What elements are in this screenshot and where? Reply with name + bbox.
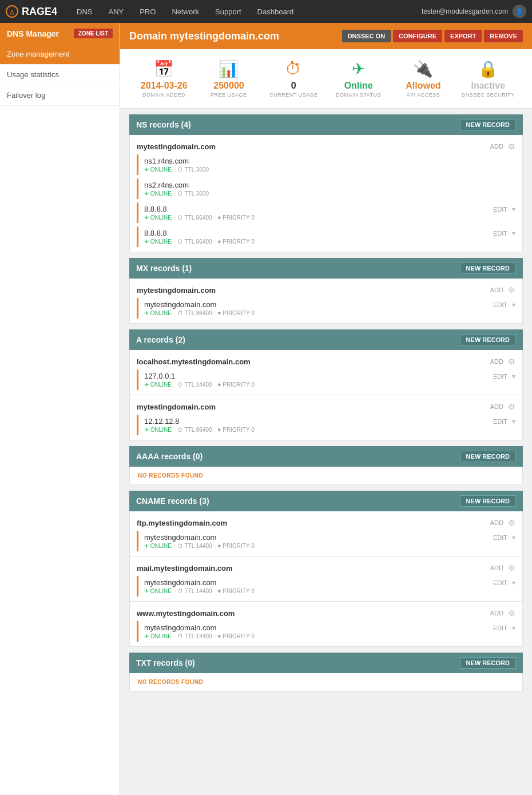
ttl-value-4-0-0: ⏱ TTL 14400 bbox=[177, 543, 212, 549]
user-avatar-icon[interactable]: 👤 bbox=[513, 5, 526, 18]
nav-support[interactable]: Support bbox=[207, 0, 249, 23]
online-status-icon-2-0-0: ✈ ONLINE bbox=[144, 381, 172, 388]
group-header-1-0: mytestingdomain.comADD⚙ bbox=[137, 283, 515, 298]
record-section-3: AAAA records (0)NEW RECORDNO RECORDS FOU… bbox=[129, 446, 523, 485]
edit-actions-2-1-0: EDIT▾ bbox=[493, 418, 515, 426]
edit-link-2-0-0[interactable]: EDIT bbox=[493, 373, 507, 380]
chevron-down-icon-2-1-0[interactable]: ▾ bbox=[512, 418, 515, 426]
edit-link-2-1-0[interactable]: EDIT bbox=[493, 418, 507, 425]
add-link-4-2[interactable]: ADD bbox=[490, 610, 503, 617]
new-record-button-4[interactable]: NEW RECORD bbox=[460, 495, 516, 507]
chevron-down-icon-4-2-0[interactable]: ▾ bbox=[512, 624, 515, 632]
logo: △ RAGE4 bbox=[6, 5, 57, 18]
nav-pro[interactable]: PRO bbox=[132, 0, 164, 23]
record-entry-1-0-0: mytestingdomain.comEDIT▾✈ ONLINE⏱ TTL 86… bbox=[137, 298, 515, 319]
record-entry-0-0-2: 8.8.8.8EDIT▾✈ ONLINE⏱ TTL 86400♥ PRIORIT… bbox=[137, 202, 515, 223]
new-record-button-2[interactable]: NEW RECORD bbox=[460, 334, 516, 345]
edit-actions-4-1-0: EDIT▾ bbox=[493, 579, 515, 587]
settings-icon-2-1[interactable]: ⚙ bbox=[508, 402, 515, 411]
priority-value-4-1-0: ♥ PRIORITY 0 bbox=[218, 588, 255, 594]
settings-icon-1-0[interactable]: ⚙ bbox=[508, 285, 515, 295]
add-link-4-0[interactable]: ADD bbox=[490, 519, 503, 526]
priority-value-0-0-2: ♥ PRIORITY 0 bbox=[218, 214, 255, 221]
add-link-1-0[interactable]: ADD bbox=[490, 287, 503, 293]
group-actions-4-0: ADD⚙ bbox=[490, 518, 515, 527]
free-usage-label: FREE USAGE bbox=[202, 92, 255, 98]
chevron-down-icon-1-0-0[interactable]: ▾ bbox=[512, 301, 515, 309]
logo-icon: △ bbox=[6, 5, 18, 18]
main-content: Domain mytestingdomain.com DNSSEC ON CON… bbox=[120, 23, 532, 795]
settings-icon-0-0[interactable]: ⚙ bbox=[508, 142, 515, 151]
sidebar-item-zone-management[interactable]: Zone management bbox=[0, 44, 120, 65]
nav-network[interactable]: Network bbox=[164, 0, 207, 23]
ttl-value-1-0-0: ⏱ TTL 86400 bbox=[177, 310, 212, 316]
sidebar-item-failover-log[interactable]: Failover log bbox=[0, 85, 120, 106]
add-link-2-0[interactable]: ADD bbox=[490, 358, 503, 365]
sidebar-item-usage-statistics[interactable]: Usage statistics bbox=[0, 65, 120, 85]
edit-link-0-0-3[interactable]: EDIT bbox=[493, 230, 507, 237]
dnssec-button[interactable]: DNSSEC ON bbox=[342, 30, 391, 42]
nav-dns[interactable]: DNS bbox=[69, 0, 100, 23]
user-email: tester@modulesgarden.com bbox=[422, 7, 508, 15]
calendar-icon: 📅 bbox=[137, 59, 190, 78]
chevron-down-icon-4-0-0[interactable]: ▾ bbox=[512, 534, 515, 542]
edit-link-4-2-0[interactable]: EDIT bbox=[493, 625, 507, 631]
entry-value-4-2-0: mytestingdomain.com bbox=[144, 623, 216, 632]
entry-name-row-4-2-0: mytestingdomain.comEDIT▾ bbox=[144, 623, 515, 632]
ttl-value-4-1-0: ⏱ TTL 14400 bbox=[177, 588, 212, 594]
settings-icon-4-1[interactable]: ⚙ bbox=[508, 563, 515, 573]
add-link-2-1[interactable]: ADD bbox=[490, 403, 503, 410]
dnssec-security-value: Inactive bbox=[462, 81, 515, 91]
add-link-0-0[interactable]: ADD bbox=[490, 143, 503, 150]
group-actions-0-0: ADD⚙ bbox=[490, 142, 515, 151]
edit-actions-2-0-0: EDIT▾ bbox=[493, 372, 515, 380]
online-status-icon-0-0-2: ✈ ONLINE bbox=[144, 214, 172, 221]
entry-value-0-0-3: 8.8.8.8 bbox=[144, 229, 167, 237]
edit-link-4-1-0[interactable]: EDIT bbox=[493, 579, 507, 586]
settings-icon-4-0[interactable]: ⚙ bbox=[508, 518, 515, 527]
configure-button[interactable]: CONFIGURE bbox=[393, 30, 442, 42]
group-name-4-0: ftp.mytestingdomain.com bbox=[137, 519, 227, 527]
online-status-icon-4-1-0: ✈ ONLINE bbox=[144, 588, 172, 594]
main-nav: DNS ANY PRO Network Support Dashboard bbox=[69, 0, 422, 23]
remove-button[interactable]: REMOVE bbox=[484, 30, 523, 42]
edit-link-1-0-0[interactable]: EDIT bbox=[493, 301, 507, 308]
group-header-2-1: mytestingdomain.comADD⚙ bbox=[137, 400, 515, 415]
domain-actions: DNSSEC ON CONFIGURE EXPORT REMOVE bbox=[342, 30, 523, 42]
section-title-0: NS records (4) bbox=[136, 120, 191, 129]
settings-icon-2-0[interactable]: ⚙ bbox=[508, 357, 515, 366]
bar-chart-icon: 📊 bbox=[202, 59, 255, 78]
edit-link-4-0-0[interactable]: EDIT bbox=[493, 534, 507, 541]
new-record-button-0[interactable]: NEW RECORD bbox=[460, 119, 516, 130]
record-group-4-2: www.mytestingdomain.comADD⚙mytestingdoma… bbox=[129, 602, 523, 647]
entry-value-1-0-0: mytestingdomain.com bbox=[144, 300, 216, 309]
new-record-button-5[interactable]: NEW RECORD bbox=[460, 657, 516, 669]
entry-meta-0-0-2: ✈ ONLINE⏱ TTL 86400♥ PRIORITY 0 bbox=[144, 214, 515, 221]
domain-added-value: 2014-03-26 bbox=[137, 81, 190, 91]
chevron-down-icon-0-0-3[interactable]: ▾ bbox=[512, 229, 515, 237]
chevron-down-icon-0-0-2[interactable]: ▾ bbox=[512, 205, 515, 213]
topnav: △ RAGE4 DNS ANY PRO Network Support Dash… bbox=[0, 0, 532, 23]
entry-name-row-1-0-0: mytestingdomain.comEDIT▾ bbox=[144, 300, 515, 309]
section-header-5: TXT records (0)NEW RECORD bbox=[129, 653, 523, 673]
current-usage-label: CURRENT USAGE bbox=[267, 92, 320, 98]
record-entry-0-0-3: 8.8.8.8EDIT▾✈ ONLINE⏱ TTL 86400♥ PRIORIT… bbox=[137, 226, 515, 247]
new-record-button-1[interactable]: NEW RECORD bbox=[460, 263, 516, 274]
entry-name-row-4-0-0: mytestingdomain.comEDIT▾ bbox=[144, 533, 515, 542]
section-title-3: AAAA records (0) bbox=[136, 452, 203, 461]
new-record-button-3[interactable]: NEW RECORD bbox=[460, 451, 516, 462]
settings-icon-4-2[interactable]: ⚙ bbox=[508, 609, 515, 618]
record-entry-2-0-0: 127.0.0.1EDIT▾✈ ONLINE⏱ TTL 14400♥ PRIOR… bbox=[137, 369, 515, 390]
edit-actions-4-2-0: EDIT▾ bbox=[493, 624, 515, 632]
gauge-icon: ⏱ bbox=[267, 59, 320, 78]
nav-any[interactable]: ANY bbox=[100, 0, 132, 23]
export-button[interactable]: EXPORT bbox=[444, 30, 482, 42]
add-link-4-1[interactable]: ADD bbox=[490, 565, 503, 571]
chevron-down-icon-2-0-0[interactable]: ▾ bbox=[512, 372, 515, 380]
records-area: NS records (4)NEW RECORDmytestingdomain.… bbox=[120, 109, 532, 703]
record-section-4: CNAME records (3)NEW RECORDftp.mytesting… bbox=[129, 491, 523, 647]
chevron-down-icon-4-1-0[interactable]: ▾ bbox=[512, 579, 515, 587]
nav-dashboard[interactable]: Dashboard bbox=[249, 0, 302, 23]
edit-link-0-0-2[interactable]: EDIT bbox=[493, 206, 507, 213]
zone-list-button[interactable]: ZONE LIST bbox=[74, 29, 113, 38]
